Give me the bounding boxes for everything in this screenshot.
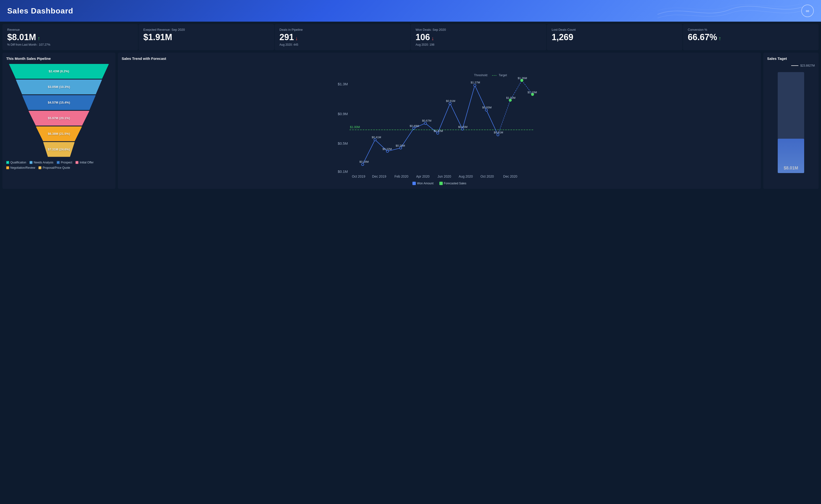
kpi-pipeline-sub: Aug 2020: 445 [279,43,405,46]
svg-point-13 [399,147,402,149]
kpi-pipeline-label: Deals in Pipeline [279,28,405,31]
legend-color-1: ✓ [30,161,32,164]
funnel-slice-2: $4.57M (15.4%) [22,95,96,110]
kpi-expected-label: Exepcted Revenue: Sep 2020 [143,28,269,31]
kpi-revenue: Revenue $8.01M ↑ % Diff from Last Month … [2,24,138,50]
kpi-won-arrow: ↓ [432,35,434,42]
funnel-slice-label-4: $6.38M (21.5%) [48,132,70,136]
funnel-slice-3: $5.97M (20.1%) [28,111,89,126]
legend-label-4: Negotiation/Review [10,166,35,169]
svg-point-10 [361,163,364,166]
kpi-pipeline-value: 291 [279,32,294,42]
svg-text:$1.26M: $1.26M [518,76,527,80]
svg-text:Oct 2020: Oct 2020 [481,175,494,178]
funnel-container: $2.43M (8.2%)$3.05M (10.3%)$4.57M (15.4%… [6,64,112,157]
legend-label-2: Prospect [61,161,72,164]
kpi-won-deals: Won Deals: Sep 2020 106 ↓ Aug 2020: 198 [411,24,546,50]
legend-won-amount: Won Amount [413,182,434,185]
kpi-revenue-label: Revenue [7,28,133,31]
svg-text:Target: Target [499,74,507,77]
target-bar-fill: $8.01M [778,139,804,173]
legend-forecast-label: Forecasted Sales [444,182,466,185]
target-bar-outer: $8.01M [778,72,804,173]
legend-item-1: ✓Needs Analysis [30,161,53,164]
svg-text:$1.27M: $1.27M [471,81,480,84]
funnel-slice-label-1: $3.05M (10.3%) [48,85,70,89]
svg-text:$0.22M: $0.22M [382,147,392,150]
kpi-row: Revenue $8.01M ↑ % Diff from Last Month … [0,22,821,53]
legend-color-2: ✓ [57,161,60,164]
target-threshold-line [791,65,798,66]
svg-text:Dec 2019: Dec 2019 [372,175,386,178]
svg-text:$0.26M: $0.26M [395,144,405,147]
target-card: Sales Taget $23.8827M $8.01M [763,53,819,189]
chart-title: Sales Trend with Forecast [122,56,757,61]
svg-text:$0.91M: $0.91M [446,99,455,102]
svg-text:$0.49M: $0.49M [410,124,419,127]
legend-color-0: ✓ [6,161,9,164]
kpi-pipeline-arrow: ↓ [295,35,298,42]
svg-point-12 [386,150,388,152]
kpi-revenue-value: $8.01M [7,32,36,42]
kpi-expected-value: $1.91M [143,32,269,42]
funnel-legend: ✓Qualification✓Needs Analysis✓Prospect✓I… [6,161,112,169]
svg-text:$0.9M: $0.9M [338,112,348,116]
svg-text:$0.41M: $0.41M [372,135,381,138]
svg-point-11 [374,138,376,141]
svg-text:Jun 2020: Jun 2020 [438,175,451,178]
funnel-slice-1: $3.05M (10.3%) [16,80,102,94]
legend-item-3: ✓Initial Offer [75,161,94,164]
header-wave-decoration [658,0,802,22]
funnel-title: This Month Sales Pipeline [6,56,112,61]
main-row: This Month Sales Pipeline $2.43M (8.2%)$… [0,53,821,191]
legend-color-5: ✓ [38,166,41,169]
kpi-lost-deals: Lost Deals Count 1,269 [547,24,683,50]
kpi-lost-label: Lost Deals Count [552,28,678,31]
svg-text:$0.5M: $0.5M [338,141,348,145]
kpi-revenue-arrow: ↑ [37,35,40,42]
svg-text:$0.1M: $0.1M [338,169,348,173]
kpi-revenue-sub: % Diff from Last Month : 107.27% [7,43,133,46]
target-title: Sales Taget [767,56,815,61]
funnel-slice-label-2: $4.57M (15.4%) [48,101,70,104]
svg-point-14 [413,127,415,129]
svg-text:$1.02M: $1.02M [506,96,516,99]
target-current-value: $8.01M [778,166,804,171]
svg-text:$0.65M: $0.65M [482,106,492,109]
kpi-won-label: Won Deals: Sep 2020 [416,28,542,31]
funnel-slice-0: $2.43M (8.2%) [9,64,109,79]
legend-label-3: Initial Offer [80,161,94,164]
svg-text:$0.18M: $0.18M [359,160,369,163]
chart-card: Sales Trend with Forecast $0.1M $0.5M $0… [118,53,761,189]
legend-label-5: Proposal/Price Quote [43,166,70,169]
svg-text:Oct 2019: Oct 2019 [352,175,365,178]
svg-text:$1.00M: $1.00M [350,125,360,129]
kpi-won-sub: Aug 2020: 198 [416,43,542,46]
svg-text:Threshold:: Threshold: [474,74,488,77]
svg-text:$0.42M: $0.42M [434,129,443,132]
legend-won-label: Won Amount [417,182,434,185]
kpi-conversion-value: 66.67% [688,32,717,42]
kpi-lost-value: 1,269 [552,32,678,42]
dashboard-header: Sales Dashboard ∞ [0,0,821,22]
target-value-label: $23.8827M [800,64,815,67]
svg-text:$1.3M: $1.3M [338,82,348,86]
svg-text:Dec 2020: Dec 2020 [503,175,518,178]
kpi-conversion-label: Conversion % [688,28,814,31]
funnel-slice-5: $7.31M (24.6%) [43,142,75,157]
legend-label-0: Qualification [10,161,26,164]
funnel-card: This Month Sales Pipeline $2.43M (8.2%)$… [2,53,115,189]
legend-forecast: Forecasted Sales [440,182,466,185]
kpi-expected-revenue: Exepcted Revenue: Sep 2020 $1.91M [138,24,274,50]
svg-point-21 [497,134,499,136]
svg-text:$1.10M: $1.10M [528,91,537,94]
trend-chart-svg: $0.1M $0.5M $0.9M $1.3M $1.00M Threshold… [122,64,757,179]
legend-won-dot [413,182,416,185]
legend-item-5: ✓Proposal/Price Quote [38,166,70,169]
legend-color-4: ✓ [6,166,9,169]
funnel-slice-label-3: $5.97M (20.1%) [48,116,70,120]
dashboard-title: Sales Dashboard [7,6,73,15]
legend-forecast-dot [440,182,443,185]
target-bar-container: $8.01M [767,72,815,173]
funnel-slice-label-5: $7.31M (24.6%) [48,148,70,151]
